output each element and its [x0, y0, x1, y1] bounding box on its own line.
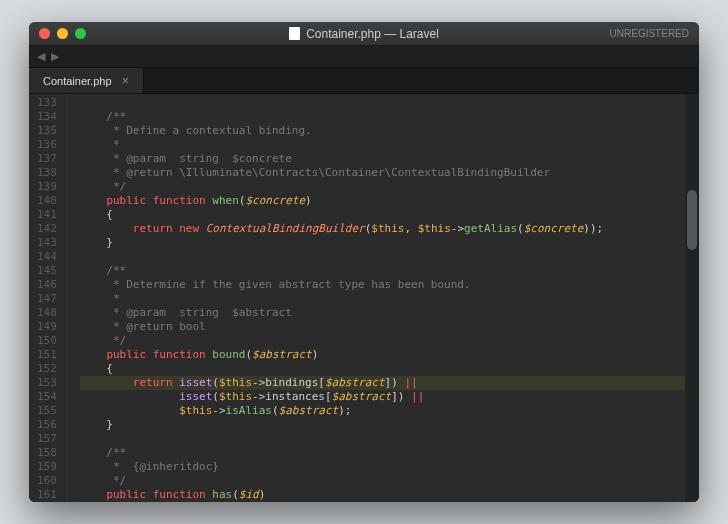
- line-number-gutter: 1331341351361371381391401411421431441451…: [29, 94, 68, 502]
- line-number: 133: [37, 96, 57, 110]
- line-number: 136: [37, 138, 57, 152]
- line-number: 142: [37, 222, 57, 236]
- toolbar: ◀ ▶: [29, 46, 699, 68]
- line-number: 158: [37, 446, 57, 460]
- code-line[interactable]: */: [80, 180, 685, 194]
- code-line[interactable]: public function has($id): [80, 488, 685, 502]
- window-title: Container.php — Laravel: [29, 27, 699, 41]
- line-number: 159: [37, 460, 57, 474]
- unregistered-badge: UNREGISTERED: [610, 28, 689, 39]
- line-number: 150: [37, 334, 57, 348]
- line-number: 137: [37, 152, 57, 166]
- code-line[interactable]: /**: [80, 110, 685, 124]
- file-icon: [289, 27, 300, 40]
- line-number: 148: [37, 306, 57, 320]
- line-number: 149: [37, 320, 57, 334]
- line-number: 154: [37, 390, 57, 404]
- line-number: 141: [37, 208, 57, 222]
- editor-window: Container.php — Laravel UNREGISTERED ◀ ▶…: [29, 22, 699, 502]
- code-line[interactable]: [80, 432, 685, 446]
- code-line[interactable]: *: [80, 138, 685, 152]
- code-line[interactable]: * @return \Illuminate\Contracts\Containe…: [80, 166, 685, 180]
- titlebar: Container.php — Laravel UNREGISTERED: [29, 22, 699, 46]
- line-number: 151: [37, 348, 57, 362]
- tab-close-icon[interactable]: ×: [122, 73, 130, 88]
- code-content[interactable]: /** * Define a contextual binding. * * @…: [68, 94, 685, 502]
- code-line[interactable]: * @param string $concrete: [80, 152, 685, 166]
- tab-container-php[interactable]: Container.php ×: [29, 68, 144, 93]
- nav-back-button[interactable]: ◀: [37, 50, 45, 63]
- code-line[interactable]: /**: [80, 446, 685, 460]
- code-line[interactable]: }: [80, 236, 685, 250]
- code-line[interactable]: */: [80, 474, 685, 488]
- line-number: 153: [37, 376, 57, 390]
- code-line[interactable]: }: [80, 418, 685, 432]
- code-line[interactable]: $this->isAlias($abstract);: [80, 404, 685, 418]
- line-number: 156: [37, 418, 57, 432]
- code-line[interactable]: *: [80, 292, 685, 306]
- zoom-window-button[interactable]: [75, 28, 86, 39]
- code-line[interactable]: {: [80, 208, 685, 222]
- code-line[interactable]: /**: [80, 264, 685, 278]
- code-line[interactable]: * {@inheritdoc}: [80, 460, 685, 474]
- line-number: 160: [37, 474, 57, 488]
- editor-area: 1331341351361371381391401411421431441451…: [29, 94, 699, 502]
- code-line[interactable]: return isset($this->bindings[$abstract])…: [80, 376, 685, 390]
- window-title-text: Container.php — Laravel: [306, 27, 439, 41]
- line-number: 139: [37, 180, 57, 194]
- tab-bar: Container.php ×: [29, 68, 699, 94]
- code-line[interactable]: */: [80, 334, 685, 348]
- code-line[interactable]: isset($this->instances[$abstract]) ||: [80, 390, 685, 404]
- vertical-scrollbar[interactable]: [685, 94, 699, 502]
- scrollbar-thumb[interactable]: [687, 190, 697, 250]
- tab-label: Container.php: [43, 75, 112, 87]
- code-line[interactable]: * @return bool: [80, 320, 685, 334]
- close-window-button[interactable]: [39, 28, 50, 39]
- line-number: 135: [37, 124, 57, 138]
- line-number: 147: [37, 292, 57, 306]
- line-number: 145: [37, 264, 57, 278]
- code-line[interactable]: [80, 96, 685, 110]
- line-number: 140: [37, 194, 57, 208]
- nav-forward-button[interactable]: ▶: [51, 50, 59, 63]
- line-number: 146: [37, 278, 57, 292]
- line-number: 152: [37, 362, 57, 376]
- code-line[interactable]: return new ContextualBindingBuilder($thi…: [80, 222, 685, 236]
- code-line[interactable]: * Define a contextual binding.: [80, 124, 685, 138]
- code-line[interactable]: [80, 250, 685, 264]
- line-number: 155: [37, 404, 57, 418]
- line-number: 144: [37, 250, 57, 264]
- code-line[interactable]: * @param string $abstract: [80, 306, 685, 320]
- code-line[interactable]: public function when($concrete): [80, 194, 685, 208]
- line-number: 143: [37, 236, 57, 250]
- traffic-lights: [39, 28, 86, 39]
- minimize-window-button[interactable]: [57, 28, 68, 39]
- code-line[interactable]: * Determine if the given abstract type h…: [80, 278, 685, 292]
- code-line[interactable]: {: [80, 362, 685, 376]
- line-number: 138: [37, 166, 57, 180]
- line-number: 157: [37, 432, 57, 446]
- line-number: 161: [37, 488, 57, 502]
- code-line[interactable]: public function bound($abstract): [80, 348, 685, 362]
- line-number: 134: [37, 110, 57, 124]
